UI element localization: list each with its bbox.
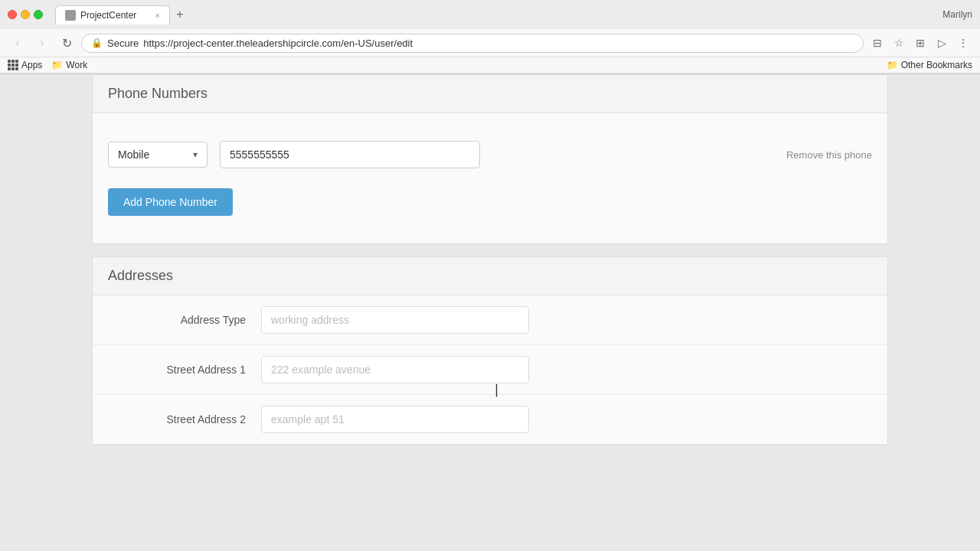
phone-number-input[interactable] xyxy=(220,141,480,168)
bookmark-other-label: Other Bookmarks xyxy=(901,60,972,70)
phone-entry-row: Mobile ▾ Remove this phone xyxy=(108,129,872,181)
menu-icon[interactable]: ⋮ xyxy=(954,34,972,52)
address-bar[interactable]: 🔒 Secure https://project-center.theleade… xyxy=(81,34,864,53)
new-tab-button[interactable]: + xyxy=(170,5,190,24)
apps-grid-icon xyxy=(8,60,18,70)
phone-type-value: Mobile xyxy=(118,148,149,161)
back-button[interactable]: ‹ xyxy=(8,33,28,53)
addresses-section: Addresses Address Type Street Address 1 … xyxy=(92,256,888,445)
add-phone-button[interactable]: Add Phone Number xyxy=(108,188,233,216)
dropdown-arrow-icon: ▾ xyxy=(193,149,198,160)
browser-titlebar: ProjectCenter × + Marilyn xyxy=(0,0,980,29)
street-address-2-label: Street Address 2 xyxy=(139,413,261,425)
forward-button[interactable]: › xyxy=(32,33,52,53)
street-address-2-input[interactable] xyxy=(261,406,529,433)
bookmark-apps[interactable]: Apps xyxy=(8,60,42,70)
bookmark-other[interactable]: 📁 Other Bookmarks xyxy=(887,60,972,70)
street-address-1-label: Street Address 1 xyxy=(139,364,261,376)
extensions-icon[interactable]: ⊞ xyxy=(911,34,929,52)
bookmarks-bar: Apps 📁 Work 📁 Other Bookmarks xyxy=(0,57,980,73)
tab-title: ProjectCenter xyxy=(80,10,136,21)
phone-numbers-section: Phone Numbers Mobile ▾ Remove this phone… xyxy=(92,74,888,244)
browser-chrome: ProjectCenter × + Marilyn ‹ › ↻ 🔒 Secure… xyxy=(0,0,980,74)
fullscreen-window-button[interactable] xyxy=(34,10,43,19)
address-type-row: Address Type xyxy=(93,295,887,345)
secure-label: Secure xyxy=(107,37,139,49)
address-type-input[interactable] xyxy=(261,306,529,334)
url-text: https://project-center.theleadershipcirc… xyxy=(143,37,413,49)
bookmark-folder-other-icon: 📁 xyxy=(887,60,898,70)
browser-tab[interactable]: ProjectCenter × xyxy=(55,5,170,24)
addresses-body: Address Type Street Address 1 Street Add… xyxy=(93,295,887,445)
bookmark-work-label: Work xyxy=(66,60,87,70)
street-address-1-row: Street Address 1 xyxy=(93,345,887,395)
bookmark-apps-label: Apps xyxy=(21,60,42,70)
reload-button[interactable]: ↻ xyxy=(57,33,77,53)
addresses-header: Addresses xyxy=(93,257,887,295)
user-info: Marilyn xyxy=(942,9,972,20)
traffic-lights xyxy=(8,10,43,19)
phone-numbers-header: Phone Numbers xyxy=(93,75,887,113)
toolbar-actions: ⊟ ☆ ⊞ ▷ ⋮ xyxy=(868,34,972,52)
add-phone-section: Add Phone Number xyxy=(108,181,872,228)
close-window-button[interactable] xyxy=(8,10,17,19)
phone-type-dropdown[interactable]: Mobile ▾ xyxy=(108,142,207,168)
address-type-label: Address Type xyxy=(139,314,261,326)
secure-icon: 🔒 xyxy=(91,37,103,48)
minimize-window-button[interactable] xyxy=(21,10,30,19)
bookmark-work[interactable]: 📁 Work xyxy=(51,60,87,70)
bookmark-folder-icon: 📁 xyxy=(51,60,63,70)
page-content: Phone Numbers Mobile ▾ Remove this phone… xyxy=(0,74,980,551)
tab-favicon-icon xyxy=(65,10,76,21)
browser-toolbar: ‹ › ↻ 🔒 Secure https://project-center.th… xyxy=(0,29,980,57)
phone-numbers-body: Mobile ▾ Remove this phone Add Phone Num… xyxy=(93,113,887,243)
remove-phone-link[interactable]: Remove this phone xyxy=(786,149,872,161)
tab-bar: ProjectCenter × + xyxy=(55,5,190,24)
bookmark-star-icon[interactable]: ☆ xyxy=(890,34,908,52)
cast-icon[interactable]: ▷ xyxy=(933,34,951,52)
addresses-title: Addresses xyxy=(108,268,872,284)
tab-close-button[interactable]: × xyxy=(155,11,160,20)
street-address-2-row: Street Address 2 xyxy=(93,395,887,445)
street-address-1-input[interactable] xyxy=(261,356,529,383)
filter-icon[interactable]: ⊟ xyxy=(868,34,887,52)
phone-numbers-title: Phone Numbers xyxy=(108,86,872,102)
